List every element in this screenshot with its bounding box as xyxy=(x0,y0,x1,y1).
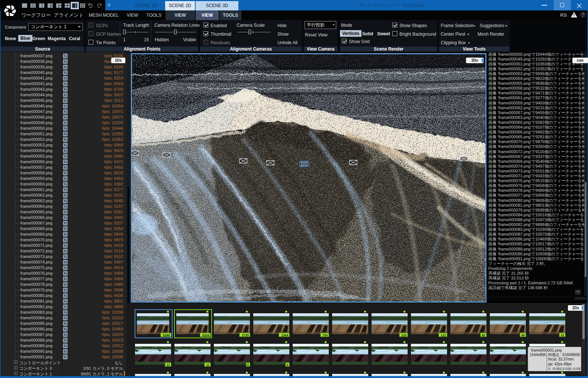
svg-text:734: 734 xyxy=(322,333,328,337)
svg-text:5: 5 xyxy=(247,363,249,367)
svg-text:210: 210 xyxy=(401,333,407,337)
svg-text:2725: 2725 xyxy=(242,333,249,337)
svg-text:1344: 1344 xyxy=(281,333,288,337)
svg-text:6104: 6104 xyxy=(202,333,209,337)
svg-text:82: 82 xyxy=(482,333,486,337)
svg-text:31: 31 xyxy=(561,333,565,337)
svg-text:6160: 6160 xyxy=(163,333,170,337)
svg-text:3: 3 xyxy=(286,363,288,367)
svg-text:11: 11 xyxy=(206,363,209,367)
svg-text:40: 40 xyxy=(521,333,525,337)
svg-text:122: 122 xyxy=(441,333,446,337)
svg-text:22: 22 xyxy=(167,363,170,367)
